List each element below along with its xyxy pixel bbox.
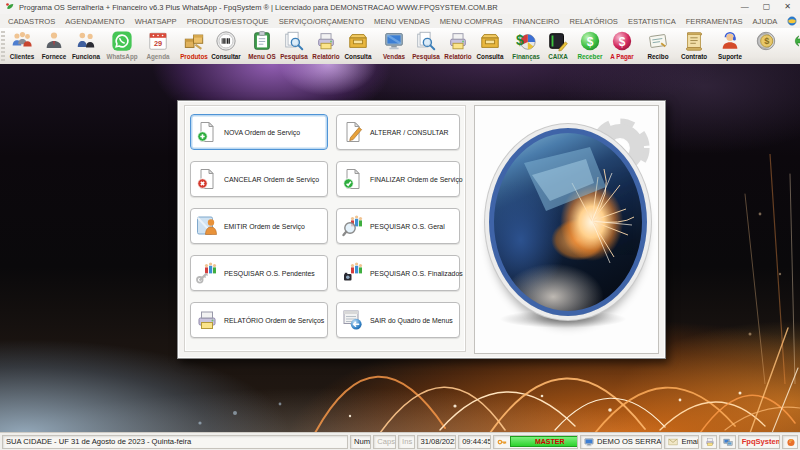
status-printer[interactable]: [701, 435, 717, 449]
toolbar-button-a-pagar[interactable]: $ A Pagar: [606, 29, 638, 64]
exit-menu-icon: [341, 308, 365, 332]
svg-text:$: $: [516, 33, 524, 48]
toolbar-button-suporte[interactable]: Suporte: [714, 29, 746, 64]
clients-icon: [10, 30, 34, 52]
toolbar: Clientes Fornece Funciona WhatsApp 29 Ag…: [0, 28, 800, 65]
dialog-side-panel: [474, 105, 659, 354]
toolbar-button-relatorio-os[interactable]: Relatório: [310, 29, 342, 64]
report-icon: [195, 308, 219, 332]
menu-item-produtos-estoque[interactable]: PRODUTOS/ESTOQUE: [182, 17, 274, 26]
status-num: Num: [350, 435, 371, 449]
finance-icon: $: [514, 30, 538, 52]
os-button-alterar-consultar[interactable]: ALTERAR / CONSULTAR: [336, 114, 460, 150]
close-button[interactable]: ✕: [784, 0, 791, 14]
menu-item-ajuda[interactable]: AJUDA: [748, 17, 783, 26]
menu-item-whatsapp[interactable]: WHATSAPP: [130, 17, 182, 26]
menu-item-agendamento[interactable]: AGENDAMENTO: [60, 17, 129, 26]
cashbook-icon: [546, 30, 570, 52]
search-docs-icon: [414, 30, 438, 52]
employees-icon: [74, 30, 98, 52]
os-buttons-panel: NOVA Ordem de Serviço ALTERAR / CONSULTA…: [184, 105, 466, 352]
toolbar-button-pesquisa-os[interactable]: Pesquisa: [278, 29, 310, 64]
computer-icon: [584, 437, 594, 447]
os-button-pesquisar-os-pendentes[interactable]: PESQUISAR O.S. Pendentes: [190, 255, 328, 291]
coin-icon: $: [754, 30, 778, 52]
toolbar-button-agenda[interactable]: 29 Agenda: [142, 29, 174, 64]
search-docs-icon: [282, 30, 306, 52]
toolbar-button-produtos[interactable]: Produtos: [178, 29, 210, 64]
support-icon: [718, 30, 742, 52]
toolbar-button-menu-os[interactable]: Menu OS: [246, 29, 278, 64]
toolbar-button-clientes[interactable]: Clientes: [6, 29, 38, 64]
os-button-emitir-os[interactable]: EMITIR Ordem de Serviço: [190, 208, 328, 244]
status-network[interactable]: [719, 435, 735, 449]
toolbar-button-relatorio-vendas[interactable]: Relatório: [442, 29, 474, 64]
toolbar-button-consultar[interactable]: Consultar: [210, 29, 242, 64]
status-email[interactable]: Email: [664, 435, 699, 449]
app-logo-icon: [5, 2, 15, 12]
toolbar-button-moeda[interactable]: $: [750, 29, 782, 64]
printer-icon: [446, 30, 470, 52]
menu-item-email[interactable]: E-MAIL: [782, 16, 800, 26]
receipt-icon: [646, 30, 670, 52]
status-brand: FpqSystem: [738, 435, 780, 449]
supplier-icon: [42, 30, 66, 52]
toolbar-button-fornece[interactable]: Fornece: [38, 29, 70, 64]
consult-icon: [346, 30, 370, 52]
os-button-nova-os[interactable]: NOVA Ordem de Serviço: [190, 114, 328, 150]
fpq-logo-icon: [786, 437, 796, 447]
os-button-pesquisar-os-finalizados[interactable]: PESQUISAR O.S. Finalizados: [336, 255, 460, 291]
app-window: Programa OS Serralheria + Financeiro v6.…: [0, 0, 800, 450]
toolbar-button-funciona[interactable]: Funciona: [70, 29, 102, 64]
status-location: SUA CIDADE - UF 31 de Agosto de 2023 - Q…: [2, 435, 348, 449]
os-button-finalizar-os[interactable]: FINALIZAR Ordem de Serviço: [336, 161, 460, 197]
maximize-button[interactable]: ▢: [763, 0, 771, 14]
toolbar-button-caixa[interactable]: CAIXA: [542, 29, 574, 64]
receive-icon: $: [578, 30, 602, 52]
status-fpq-logo: [782, 435, 798, 449]
exit-icon: EXIT: [790, 30, 800, 52]
status-caps: Caps: [373, 435, 396, 449]
status-ins: Ins: [398, 435, 414, 449]
whatsapp-icon: [110, 30, 134, 52]
barcode-icon: [214, 30, 238, 52]
menu-item-servico-orcamento[interactable]: SERVIÇO/ORÇAMENTO: [274, 17, 369, 26]
os-button-relatorio-os[interactable]: RELATÓRIO Ordem de Serviços: [190, 302, 328, 338]
toolbar-button-contrato[interactable]: Contrato: [678, 29, 710, 64]
edit-order-icon: [341, 120, 365, 144]
toolbar-button-consulta-vendas[interactable]: Consulta: [474, 29, 506, 64]
menu-item-menu-vendas[interactable]: MENU VENDAS: [369, 17, 435, 26]
email-icon: [668, 437, 678, 447]
calendar-icon: 29: [146, 30, 170, 52]
consult-icon: [478, 30, 502, 52]
printer-icon: [314, 30, 338, 52]
toolbar-button-recibo[interactable]: Recibo: [642, 29, 674, 64]
menu-item-estatistica[interactable]: ESTATISTICA: [623, 17, 681, 26]
products-icon: [182, 30, 206, 52]
os-button-cancelar-os[interactable]: CANCELAR Ordem de Serviço: [190, 161, 328, 197]
menu-item-financeiro[interactable]: FINANCEIRO: [508, 17, 565, 26]
os-button-sair-quadro[interactable]: SAIR do Quadro de Menus: [336, 302, 460, 338]
toolbar-button-receber[interactable]: $ Receber: [574, 29, 606, 64]
toolbar-button-whatsapp[interactable]: WhatsApp: [106, 29, 138, 64]
pay-icon: $: [610, 30, 634, 52]
menu-item-cadastros[interactable]: CADASTROS: [3, 17, 60, 26]
menu-item-ferramentas[interactable]: FERRAMENTAS: [681, 17, 748, 26]
edge-sparks-decoration: [690, 154, 800, 384]
menu-item-relatorios[interactable]: RELATÓRIOS: [564, 17, 622, 26]
printer-icon: [705, 437, 715, 447]
menu-item-menu-compras[interactable]: MENU COMPRAS: [435, 17, 508, 26]
toolbar-button-sair[interactable]: EXIT: [786, 29, 800, 64]
toolbar-button-vendas[interactable]: Vendas: [378, 29, 410, 64]
toolbar-button-financas[interactable]: $ Finanças: [510, 29, 542, 64]
window-controls: — ▢ ✕: [741, 0, 795, 14]
toolbar-button-consulta-os[interactable]: Consulta: [342, 29, 374, 64]
os-button-pesquisar-os-geral[interactable]: PESQUISAR O.S. Geral: [336, 208, 460, 244]
svg-text:$: $: [619, 35, 626, 49]
status-product: DEMO OS SERRA 6.3: [580, 435, 662, 449]
window-title: Programa OS Serralheria + Financeiro v6.…: [19, 3, 498, 12]
toolbar-button-pesquisa-vendas[interactable]: Pesquisa: [410, 29, 442, 64]
minimize-button[interactable]: —: [741, 0, 749, 14]
welder-photo: [489, 128, 647, 316]
key-icon: [497, 437, 507, 447]
